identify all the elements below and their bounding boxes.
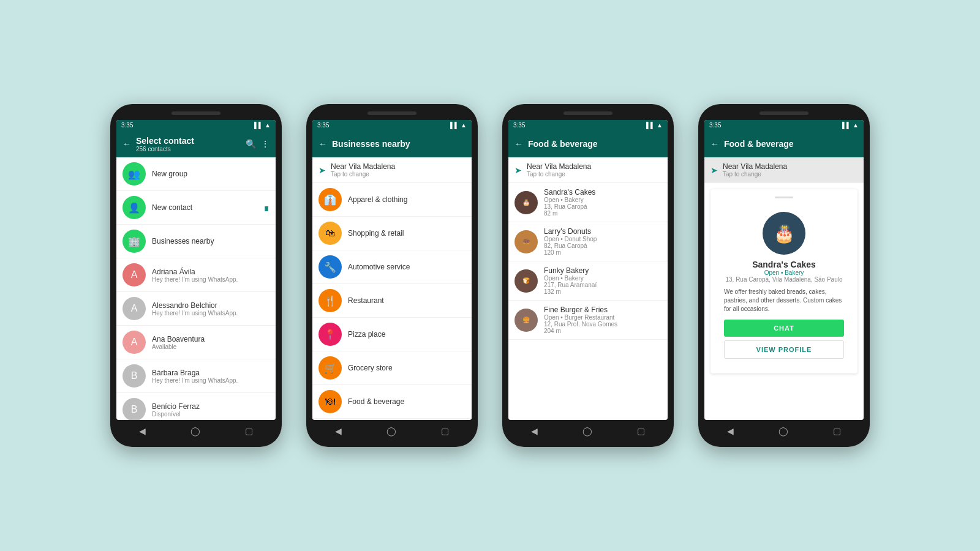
business-detail-content: 🎂 Sandra's Cakes Open • Bakery 13, Rua C…: [718, 204, 850, 366]
nav-bar: ◀ ◯ ▢: [116, 420, 276, 440]
new-group-item[interactable]: 👥 New group: [116, 157, 276, 191]
status-bar: 3:35 ▌▌ ▲: [312, 120, 472, 130]
new-group-icon: 👥: [123, 162, 146, 186]
business-fineburger[interactable]: 🍔 Fine Burger & Fries Open • Burger Rest…: [508, 301, 668, 340]
back-nav[interactable]: ◀: [727, 426, 734, 436]
app-bar: ← Businesses nearby: [312, 130, 472, 157]
wifi-icon: ▲: [853, 122, 859, 129]
grocery-icon: 🛒: [318, 356, 342, 380]
recent-nav[interactable]: ▢: [833, 426, 841, 436]
detail-card: 🎂 Sandra's Cakes Open • Bakery 13, Rua C…: [710, 189, 858, 373]
business-funky[interactable]: 🍞 Funky Bakery Open • Bakery 217, Rua Ar…: [508, 261, 668, 301]
more-icon[interactable]: ⋮: [261, 139, 270, 149]
detail-status: Open • Bakery: [764, 269, 804, 276]
back-button[interactable]: ←: [318, 139, 327, 149]
category-pizza[interactable]: 📍 Pizza place: [312, 318, 472, 351]
recent-nav[interactable]: ▢: [637, 426, 645, 436]
back-button[interactable]: ←: [123, 139, 131, 149]
qr-icon[interactable]: ∎: [263, 202, 270, 214]
business-sandras[interactable]: 🎂 Sandra's Cakes Open • Bakery 13, Rua C…: [508, 183, 668, 222]
business-larrys[interactable]: 🍩 Larry's Donuts Open • Donut Shop 82, R…: [508, 222, 668, 261]
category-grocery[interactable]: 🛒 Grocery store: [312, 351, 472, 385]
category-apparel[interactable]: 👔 Apparel & clothing: [312, 183, 472, 217]
new-group-text: New group: [152, 170, 187, 178]
businesses-icon: 🏢: [123, 230, 146, 253]
detail-address: 13, Rua Caropá, Vila Madalena, São Paulo: [725, 276, 842, 283]
status-bar: 3:35 ▌▌ ▲: [704, 120, 864, 130]
contact-benicio[interactable]: B Benício Ferraz Disponível: [116, 393, 276, 420]
avatar-fineburger: 🍔: [514, 309, 538, 332]
status-icons: ▌▌ ▲: [842, 122, 859, 129]
location-icon: ➤: [318, 165, 326, 175]
signal-icon: ▌▌: [254, 122, 263, 129]
view-profile-button[interactable]: VIEW PROFILE: [724, 340, 844, 359]
back-nav[interactable]: ◀: [531, 426, 538, 436]
avatar-benicio: B: [123, 398, 146, 420]
shopping-icon: 🛍: [318, 222, 342, 245]
app-bar: ← Food & beverage: [508, 130, 668, 157]
contact-alessandro[interactable]: A Alessandro Belchior Hey there! I'm usi…: [116, 292, 276, 326]
category-automotive[interactable]: 🔧 Automotive service: [312, 250, 472, 284]
avatar-funky: 🍞: [514, 269, 538, 293]
status-icons: ▌▌ ▲: [254, 122, 271, 129]
category-shopping[interactable]: 🛍 Shopping & retail: [312, 217, 472, 250]
status-bar: 3:35 ▌▌ ▲: [508, 120, 668, 130]
time: 3:35: [709, 122, 721, 129]
back-button[interactable]: ←: [710, 139, 719, 149]
restaurant-text: Restaurant: [348, 296, 384, 305]
detail-description: We offer freshly baked breads, cakes, pa…: [724, 288, 844, 313]
grocery-text: Grocery store: [348, 364, 393, 372]
location-text: Near Vila Madalena Tap to change: [723, 162, 787, 178]
time: 3:35: [317, 122, 329, 129]
location-bar[interactable]: ➤ Near Vila Madalena Tap to change: [508, 157, 668, 183]
avatar-ana: A: [123, 331, 146, 354]
app-bar-subtitle: 256 contacts: [136, 146, 241, 152]
nav-bar: ◀ ◯ ▢: [508, 420, 668, 440]
location-bar[interactable]: ➤ Near Vila Madalena Tap to change: [704, 157, 864, 183]
phone1-screen: 3:35 ▌▌ ▲ ← Select contact 256 contacts …: [116, 120, 276, 420]
phone2: 3:35 ▌▌ ▲ ← Businesses nearby ➤ Near Vil…: [306, 104, 478, 447]
detail-name: Sandra's Cakes: [752, 260, 816, 269]
location-icon: ➤: [710, 165, 718, 175]
businesses-nearby-item[interactable]: 🏢 Businesses nearby: [116, 225, 276, 258]
shopping-text: Shopping & retail: [348, 229, 404, 238]
status-bar: 3:35 ▌▌ ▲: [116, 120, 276, 130]
home-nav[interactable]: ◯: [190, 426, 200, 436]
home-nav[interactable]: ◯: [582, 426, 592, 436]
recent-nav[interactable]: ▢: [441, 426, 449, 436]
back-nav[interactable]: ◀: [335, 426, 342, 436]
location-bar[interactable]: ➤ Near Vila Madalena Tap to change: [312, 157, 472, 183]
app-bar-title: Food & beverage: [528, 139, 662, 149]
text-sandras: Sandra's Cakes Open • Bakery 13, Rua Car…: [544, 188, 595, 217]
wifi-icon: ▲: [657, 122, 663, 129]
category-food[interactable]: 🍽 Food & beverage: [312, 385, 472, 419]
back-button[interactable]: ←: [514, 139, 523, 149]
home-nav[interactable]: ◯: [778, 426, 788, 436]
recent-nav[interactable]: ▢: [245, 426, 253, 436]
contact-barbara[interactable]: B Bárbara Braga Hey there! I'm using Wha…: [116, 359, 276, 393]
new-contact-item[interactable]: 👤 New contact ∎: [116, 191, 276, 225]
text-fineburger: Fine Burger & Fries Open • Burger Restau…: [544, 305, 617, 334]
app-bar-icons: 🔍 ⋮: [246, 139, 270, 149]
text-benicio: Benício Ferraz Disponível: [152, 402, 200, 418]
business-list: 🎂 Sandra's Cakes Open • Bakery 13, Rua C…: [508, 183, 668, 420]
search-icon[interactable]: 🔍: [246, 139, 256, 149]
time: 3:35: [513, 122, 525, 129]
pizza-text: Pizza place: [348, 330, 385, 339]
signal-icon: ▌▌: [450, 122, 459, 129]
wifi-icon: ▲: [265, 122, 271, 129]
contact-ana[interactable]: A Ana Boaventura Available: [116, 326, 276, 359]
category-restaurant[interactable]: 🍴 Restaurant: [312, 284, 472, 318]
drag-handle: [775, 197, 793, 198]
back-nav[interactable]: ◀: [139, 426, 146, 436]
app-bar-title: Businesses nearby: [332, 139, 466, 149]
contact-adriana[interactable]: A Adriana Ávila Hey there! I'm using Wha…: [116, 258, 276, 292]
avatar-larrys: 🍩: [514, 230, 538, 253]
avatar-adriana: A: [123, 263, 146, 287]
status-icons: ▌▌ ▲: [646, 122, 663, 129]
phone3-screen: 3:35 ▌▌ ▲ ← Food & beverage ➤ Near Vila …: [508, 120, 668, 420]
phone1: 3:35 ▌▌ ▲ ← Select contact 256 contacts …: [110, 104, 282, 447]
home-nav[interactable]: ◯: [386, 426, 396, 436]
location-text: Near Vila Madalena Tap to change: [527, 162, 591, 178]
chat-button[interactable]: CHAT: [724, 320, 844, 337]
